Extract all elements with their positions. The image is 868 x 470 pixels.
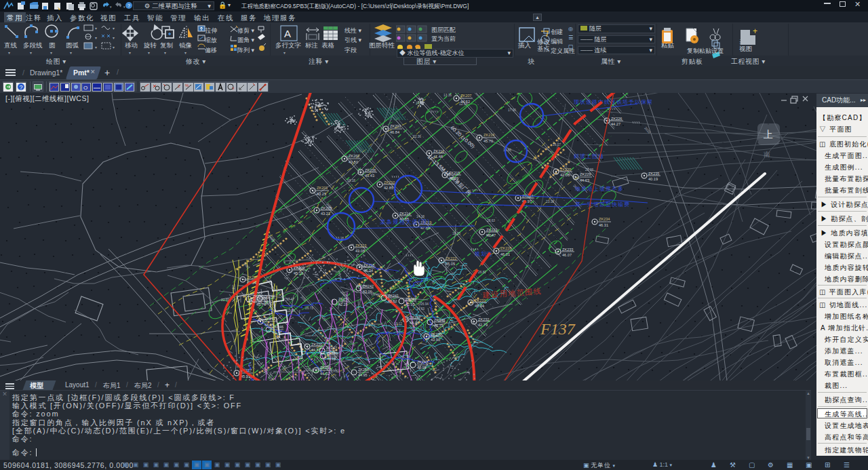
svg-text:44.63: 44.63 bbox=[580, 178, 589, 182]
svg-text:▾: ▾ bbox=[95, 36, 97, 40]
svg-text:ZK203: ZK203 bbox=[390, 124, 401, 128]
svg-text:F137: F137 bbox=[540, 320, 576, 338]
svg-text:图层匹配: 图层匹配 bbox=[431, 26, 456, 33]
svg-text:11.54: 11.54 bbox=[287, 309, 295, 313]
svg-text:ZK220: ZK220 bbox=[311, 342, 322, 347]
svg-text:创建: 创建 bbox=[551, 28, 563, 35]
svg-text:ZK212: ZK212 bbox=[264, 317, 275, 321]
svg-text:ZK218: ZK218 bbox=[363, 263, 374, 267]
svg-text:45.05: 45.05 bbox=[446, 262, 455, 266]
svg-text:地质塔上坡度不多: 地质塔上坡度不多 bbox=[574, 186, 624, 192]
svg-text:ZK234: ZK234 bbox=[599, 217, 610, 221]
svg-text:40.62: 40.62 bbox=[388, 299, 397, 303]
svg-text:14.63: 14.63 bbox=[416, 307, 425, 311]
svg-text:26.94: 26.94 bbox=[420, 302, 429, 306]
svg-text:ZK213: ZK213 bbox=[355, 243, 366, 248]
svg-text:▾: ▾ bbox=[110, 5, 112, 9]
svg-text:ZK241: ZK241 bbox=[388, 294, 399, 298]
svg-text:▾: ▾ bbox=[123, 5, 125, 9]
svg-text:ZK216: ZK216 bbox=[484, 133, 494, 137]
svg-text:43.25: 43.25 bbox=[317, 192, 326, 196]
svg-text:ZK231: ZK231 bbox=[475, 298, 486, 302]
svg-text:27.82: 27.82 bbox=[331, 370, 339, 373]
svg-text:46.01: 46.01 bbox=[500, 252, 510, 256]
svg-text:ZK244: ZK244 bbox=[264, 294, 275, 298]
svg-text:23.33: 23.33 bbox=[585, 168, 593, 172]
svg-text:17.47: 17.47 bbox=[286, 298, 294, 301]
svg-text:%: % bbox=[185, 83, 189, 87]
svg-text:ZK222: ZK222 bbox=[446, 256, 456, 260]
svg-text:18.23: 18.23 bbox=[452, 232, 460, 235]
svg-text:ZK232: ZK232 bbox=[478, 317, 489, 321]
svg-text:ZK202: ZK202 bbox=[349, 154, 359, 158]
svg-text:▾: ▾ bbox=[113, 45, 115, 50]
svg-text:ZK243: ZK243 bbox=[417, 360, 428, 364]
svg-text:某一宝塔款型快输费: 某一宝塔款型快输费 bbox=[575, 201, 630, 208]
svg-text:26.82: 26.82 bbox=[478, 271, 486, 274]
svg-text:ZK248: ZK248 bbox=[327, 351, 338, 355]
svg-text:▾: ▾ bbox=[113, 36, 115, 40]
svg-text:44.95: 44.95 bbox=[358, 373, 368, 377]
svg-text:ZK201: ZK201 bbox=[317, 186, 328, 190]
svg-text:ZK235: ZK235 bbox=[648, 172, 659, 176]
svg-text:ZK233: ZK233 bbox=[562, 248, 573, 252]
svg-text:46.84: 46.84 bbox=[390, 130, 399, 134]
svg-text:44.27: 44.27 bbox=[611, 122, 620, 126]
svg-text:置为当前: 置为当前 bbox=[431, 35, 456, 42]
svg-text:28.63: 28.63 bbox=[487, 219, 495, 222]
svg-text:ZK251: ZK251 bbox=[338, 297, 349, 301]
svg-text:ZK211: ZK211 bbox=[433, 149, 444, 153]
svg-text:南: 南 bbox=[764, 151, 770, 158]
svg-text:23.18: 23.18 bbox=[546, 200, 554, 203]
svg-text:42.95: 42.95 bbox=[406, 302, 415, 307]
svg-text:[-][俯视][二维线框][WCS]: [-][俯视][二维线框][WCS] bbox=[5, 94, 89, 102]
svg-text:ZK246: ZK246 bbox=[273, 325, 283, 329]
svg-text:46.34: 46.34 bbox=[363, 269, 373, 273]
svg-text:ZK249: ZK249 bbox=[406, 297, 416, 301]
svg-text:17.96: 17.96 bbox=[508, 109, 516, 112]
svg-text:46.07: 46.07 bbox=[562, 253, 572, 257]
svg-text:43.90: 43.90 bbox=[431, 338, 440, 342]
svg-text:47.85: 47.85 bbox=[420, 226, 430, 230]
svg-text:?: ? bbox=[127, 3, 130, 8]
svg-text:45.70: 45.70 bbox=[484, 139, 493, 143]
svg-text:?: ? bbox=[20, 84, 23, 91]
svg-text:ZK247: ZK247 bbox=[326, 346, 337, 350]
svg-text:▾: ▾ bbox=[95, 26, 97, 31]
svg-text:44.02: 44.02 bbox=[320, 372, 330, 376]
svg-text:ZK214: ZK214 bbox=[399, 212, 410, 216]
svg-text:42.85: 42.85 bbox=[384, 186, 393, 190]
svg-text:ZK240: ZK240 bbox=[434, 318, 445, 322]
svg-text:43.43: 43.43 bbox=[365, 174, 374, 178]
svg-text:A: A bbox=[284, 28, 291, 39]
svg-text:43.21: 43.21 bbox=[321, 212, 330, 216]
svg-text:16.17: 16.17 bbox=[553, 143, 561, 146]
svg-text:ZK245: ZK245 bbox=[253, 294, 264, 298]
svg-text:40.86: 40.86 bbox=[253, 300, 262, 304]
svg-text:26.73: 26.73 bbox=[305, 307, 313, 310]
svg-text:42.79: 42.79 bbox=[478, 323, 488, 327]
svg-text:40.95: 40.95 bbox=[417, 366, 427, 370]
svg-text:ZK230: ZK230 bbox=[431, 332, 441, 336]
svg-text:46.31: 46.31 bbox=[599, 223, 608, 227]
svg-text:45.94: 45.94 bbox=[475, 304, 484, 308]
svg-text:ZK250: ZK250 bbox=[358, 368, 369, 372]
svg-text:12.53: 12.53 bbox=[459, 102, 467, 106]
svg-text:现状道路中线压铁塔予以保留: 现状道路中线压铁塔予以保留 bbox=[574, 99, 653, 105]
svg-text:编辑: 编辑 bbox=[551, 38, 563, 45]
svg-text:42.06: 42.06 bbox=[560, 173, 570, 177]
svg-text:O: O bbox=[83, 85, 87, 91]
svg-text:ZK210: ZK210 bbox=[384, 180, 395, 184]
svg-text:44.58: 44.58 bbox=[327, 357, 336, 361]
svg-text:42.25: 42.25 bbox=[338, 302, 348, 307]
svg-text:43.06: 43.06 bbox=[363, 290, 372, 294]
svg-text:48.06: 48.06 bbox=[410, 321, 419, 325]
svg-text:ZK242: ZK242 bbox=[363, 284, 374, 288]
svg-text:43.08: 43.08 bbox=[355, 249, 365, 253]
svg-text:22.36: 22.36 bbox=[413, 135, 421, 138]
svg-text:ZK228: ZK228 bbox=[500, 246, 511, 250]
svg-text:13.36: 13.36 bbox=[443, 94, 452, 97]
svg-text:ZK207: ZK207 bbox=[460, 94, 471, 98]
svg-text:▾: ▾ bbox=[95, 45, 97, 50]
svg-text:ZK229: ZK229 bbox=[580, 172, 591, 176]
